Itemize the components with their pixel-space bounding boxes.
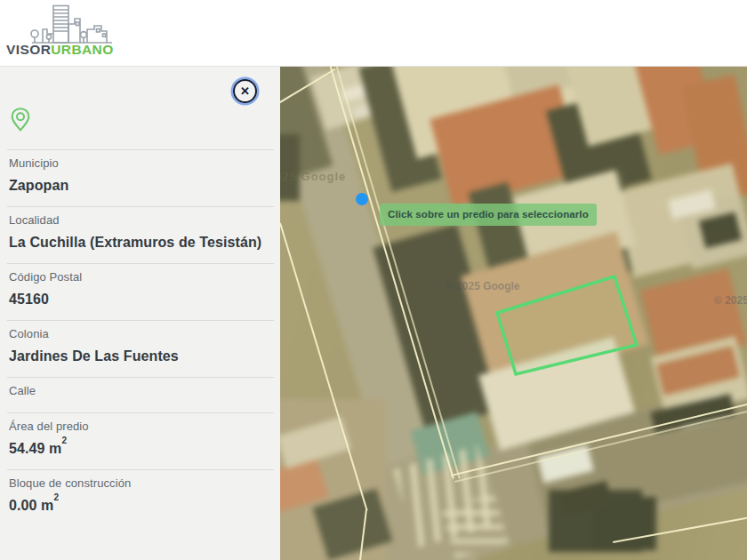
visor-urbano-app: VISORURBANO ✕ Municipio Zapopan Localida… <box>0 0 747 560</box>
brand-wordmark: VISORURBANO <box>6 42 114 58</box>
field-label: Municipio <box>9 156 272 170</box>
field-row-bloque-construccion: Bloque de construcción 0.00 m2 <box>7 469 274 526</box>
city-skyline-icon <box>27 4 116 45</box>
parcel-fields: Municipio Zapopan Localidad La Cuchilla … <box>7 149 274 526</box>
field-row-colonia: Colonia Jardines De Las Fuentes <box>7 320 274 377</box>
location-pin-icon <box>11 108 30 132</box>
map-click-marker <box>356 193 368 205</box>
app-header: VISORURBANO <box>0 0 747 67</box>
field-label: Colonia <box>9 327 272 340</box>
field-value: Jardines De Las Fuentes <box>9 348 272 365</box>
field-row-area-predio: Área del predio 54.49 m2 <box>7 412 274 469</box>
visor-urbano-logo[interactable]: VISORURBANO <box>5 3 183 65</box>
field-value: 54.49 m2 <box>9 440 272 458</box>
field-label: Localidad <box>9 213 272 227</box>
field-label: Bloque de construcción <box>9 476 272 490</box>
selected-parcel-polygon[interactable] <box>497 276 637 374</box>
field-value: 45160 <box>9 291 272 308</box>
parcel-info-panel: ✕ Municipio Zapopan Localidad La Cuchill… <box>0 67 280 560</box>
field-label: Código Postal <box>9 270 272 284</box>
field-value: La Cuchilla (Extramuros de Tesistán) <box>9 234 272 252</box>
brand-urbano: URBANO <box>51 42 113 57</box>
field-label: Calle <box>9 384 272 397</box>
close-panel-button[interactable]: ✕ <box>233 79 257 103</box>
field-label: Área del predio <box>9 420 272 433</box>
field-row-municipio: Municipio Zapopan <box>7 149 274 206</box>
field-row-codigo-postal: Código Postal 45160 <box>7 263 274 320</box>
satellite-map-canvas[interactable]: 2025 Google © 2025 Google © 2025 Click s… <box>280 67 747 560</box>
field-value: 0.00 m2 <box>9 497 272 515</box>
field-row-localidad: Localidad La Cuchilla (Extramuros de Tes… <box>7 206 274 263</box>
field-value: Zapopan <box>9 177 272 195</box>
selected-parcel-outline <box>280 67 747 560</box>
map-tooltip: Click sobre un predio para seleccionarlo <box>380 204 597 226</box>
field-row-calle: Calle <box>7 377 274 412</box>
brand-visor: VISOR <box>6 42 51 57</box>
